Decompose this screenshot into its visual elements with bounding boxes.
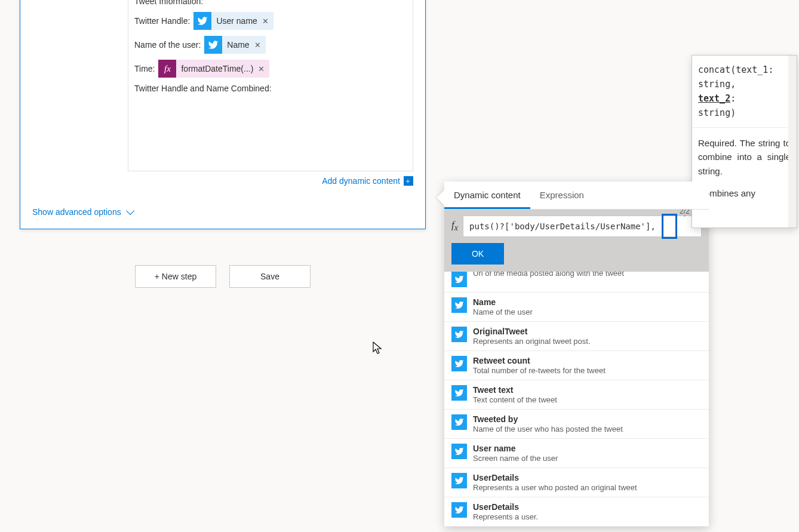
list-item[interactable]: OriginalTweetRepresents an original twee… xyxy=(444,322,709,351)
twitter-icon xyxy=(451,327,467,342)
twitter-icon xyxy=(193,12,211,30)
dynamic-content-flyout: Dynamic content Expression fx OK Media u… xyxy=(444,182,709,527)
list-item-desc: Represents a user. xyxy=(473,512,702,521)
desc-line: Required. The string to combine into a s… xyxy=(698,136,791,178)
card-body: Tweet Information: Twitter Handle: User … xyxy=(20,0,425,192)
list-item-title: UserDetails xyxy=(473,473,702,482)
tooltip-scrollbar[interactable] xyxy=(788,56,797,227)
list-item[interactable]: NameName of the user xyxy=(444,293,709,322)
twitter-icon xyxy=(204,36,222,54)
token-name[interactable]: Name ✕ xyxy=(204,36,265,54)
list-item-text: Retweet countTotal number of re-tweets f… xyxy=(473,356,702,375)
sig-part: concat(text_1: xyxy=(698,64,773,75)
list-item-desc: Text content of the tweet xyxy=(473,395,702,404)
list-item-title: Name xyxy=(473,297,702,307)
list-item-desc: Screen name of the user xyxy=(473,454,702,463)
fx-icon: fx xyxy=(451,219,458,233)
fx-icon: fx xyxy=(158,60,176,78)
token-label: Name xyxy=(227,40,249,50)
add-dynamic-content-link[interactable]: Add dynamic content ＋ xyxy=(32,176,413,186)
message-body-field[interactable]: Tweet Information: Twitter Handle: User … xyxy=(128,0,413,171)
list-item[interactable]: Tweet textText content of the tweet xyxy=(444,380,709,410)
twitter-icon xyxy=(451,356,467,371)
twitter-icon xyxy=(451,272,467,287)
list-item[interactable]: Retweet countTotal number of re-tweets f… xyxy=(444,351,709,380)
chevron-down-icon xyxy=(126,207,134,215)
ok-row: OK xyxy=(444,243,709,272)
field-row-user-name: Name of the user: Name ✕ xyxy=(134,36,407,54)
twitter-icon xyxy=(451,444,467,459)
list-item[interactable]: UserDetailsRepresents a user. xyxy=(444,497,709,527)
twitter-icon xyxy=(451,473,467,488)
sig-active-param: text_2 xyxy=(698,93,730,104)
show-advanced-options[interactable]: Show advanced options xyxy=(32,207,425,217)
new-step-button[interactable]: + New step xyxy=(135,265,216,288)
label-user-name: Name of the user: xyxy=(134,40,201,50)
list-item-text: User nameScreen name of the user xyxy=(473,444,702,463)
field-row-combined: Twitter Handle and Name Combined: xyxy=(134,84,407,93)
list-item-title: Tweeted by xyxy=(473,414,702,424)
list-item-title: Tweet text xyxy=(473,385,702,395)
expression-input[interactable] xyxy=(463,216,702,237)
tab-expression[interactable]: Expression xyxy=(530,182,594,209)
list-item[interactable]: UserDetailsRepresents a user who posted … xyxy=(444,468,709,497)
flow-action-card: Tweet Information: Twitter Handle: User … xyxy=(20,0,426,229)
list-item-title: UserDetails xyxy=(473,502,702,512)
formula-bar: fx xyxy=(444,210,709,243)
flyout-tabs: Dynamic content Expression xyxy=(444,182,709,210)
advanced-options-text: Show advanced options xyxy=(32,207,121,217)
twitter-icon xyxy=(451,414,467,430)
token-label: User name xyxy=(216,16,257,26)
list-item-text: Tweeted byName of the user who has poste… xyxy=(473,414,702,433)
plus-icon: ＋ xyxy=(404,176,413,186)
list-item-title: User name xyxy=(473,444,702,453)
twitter-icon xyxy=(451,385,467,401)
cursor-icon xyxy=(373,342,383,358)
list-item-text: OriginalTweetRepresents an original twee… xyxy=(473,327,702,346)
signature-text: concat(text_1: string, text_2: string) xyxy=(692,56,797,128)
desc-line: Combines any xyxy=(698,186,791,200)
tab-dynamic-content[interactable]: Dynamic content xyxy=(444,182,530,209)
list-item-desc: Represents a user who posted an original… xyxy=(473,483,702,492)
sig-part: string) xyxy=(698,107,736,118)
label-twitter-handle: Twitter Handle: xyxy=(134,16,190,26)
ok-button[interactable]: OK xyxy=(451,243,504,265)
field-row-twitter-handle: Twitter Handle: User name ✕ xyxy=(134,12,407,30)
remove-icon[interactable]: ✕ xyxy=(262,17,269,26)
list-item[interactable]: User nameScreen name of the user xyxy=(444,439,709,468)
list-item-title: OriginalTweet xyxy=(473,327,702,336)
field-row-time: Time: fx formatDateTime(...) ✕ xyxy=(134,60,407,78)
list-item-text: NameName of the user xyxy=(473,297,702,316)
list-item-desc: Represents an original tweet post. xyxy=(473,337,702,346)
remove-icon[interactable]: ✕ xyxy=(258,64,265,73)
tweet-info-header: Tweet Information: xyxy=(134,0,407,6)
list-item[interactable]: Tweeted byName of the user who has poste… xyxy=(444,410,709,439)
link-text: Add dynamic content xyxy=(322,176,400,186)
label-time: Time: xyxy=(134,64,155,73)
twitter-icon xyxy=(451,502,467,518)
list-item-title: Retweet count xyxy=(473,356,702,365)
list-item-text: Media urlsUrl of the media posted along … xyxy=(473,272,702,278)
list-item-text: UserDetailsRepresents a user. xyxy=(473,502,702,521)
token-user-name[interactable]: User name ✕ xyxy=(193,12,273,30)
list-item-desc: Name of the user who has posted the twee… xyxy=(473,425,702,433)
save-button[interactable]: Save xyxy=(229,265,311,288)
twitter-icon xyxy=(451,297,467,313)
bottom-buttons: + New step Save xyxy=(135,265,311,288)
list-item-desc: Name of the user xyxy=(473,307,702,316)
token-formatdatetime[interactable]: fx formatDateTime(...) ✕ xyxy=(158,60,269,78)
list-item-desc: Total number of re-tweets for the tweet xyxy=(473,366,702,375)
list-item-desc: Url of the media posted along with the t… xyxy=(473,272,702,278)
dynamic-content-list[interactable]: Media urlsUrl of the media posted along … xyxy=(444,272,709,527)
remove-icon[interactable]: ✕ xyxy=(254,41,261,50)
sig-part: string, xyxy=(698,79,736,90)
list-item-text: UserDetailsRepresents a user who posted … xyxy=(473,473,702,492)
label-combined: Twitter Handle and Name Combined: xyxy=(134,84,272,93)
list-item-text: Tweet textText content of the tweet xyxy=(473,385,702,404)
sig-part: : xyxy=(730,93,736,104)
list-item[interactable]: Media urlsUrl of the media posted along … xyxy=(444,272,709,293)
caret-down-icon[interactable]: ˅ xyxy=(680,215,690,221)
token-label: formatDateTime(...) xyxy=(181,64,253,73)
